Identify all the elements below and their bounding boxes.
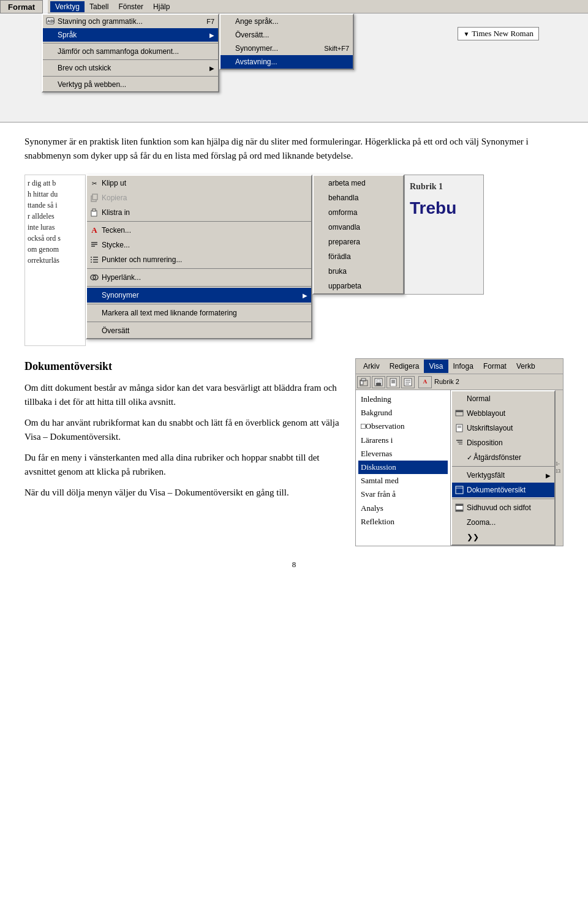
brev-arrow: ▶ [209,65,214,72]
visa-menu-panel: Normal Webblayout Utskriftslayout [451,390,556,546]
scrollbar[interactable]: 1-13 [556,390,563,546]
syn-behandla[interactable]: behandla [314,190,403,205]
page-number: 8 [24,559,564,571]
visa-sep-2 [452,499,554,499]
ctx-sep-2 [87,268,311,269]
brev-label: Brev och utskick [58,64,111,72]
synonymer-label: Synonymer... [235,44,278,53]
visa-verkb[interactable]: Verkb [511,360,540,373]
visa-toolbar-icon-3[interactable] [386,376,400,388]
font-dropdown-arrow[interactable]: ▼ [463,31,469,37]
visa-infoga[interactable]: Infoga [448,360,478,373]
visa-menu-webblayout[interactable]: Webblayout [452,406,554,421]
doc-line-2: h hittar du [28,189,83,200]
webblayout-icon [454,409,464,418]
trebuchet-text: Trebu [410,195,478,221]
visa-toolbar-icon-2[interactable] [372,376,385,388]
menu-item-avstavning[interactable]: Avstavning... [221,55,353,69]
format-menu-label[interactable]: Format [0,0,43,13]
visa-arkiv[interactable]: Arkiv [358,360,385,373]
visa-left-bakgrund: Bakgrund [358,406,448,420]
separator-2 [43,59,218,60]
svg-rect-22 [377,380,380,382]
menu-fonster[interactable]: Fönster [113,1,148,12]
visa-more-label: ❯❯ [467,532,479,543]
link-icon [89,273,99,282]
syn-omforma[interactable]: omforma [314,205,403,220]
context-menu-screenshot: r dig att b h hittar du ttande så i r al… [24,175,564,346]
visa-normal-label: Normal [467,393,491,404]
visa-format[interactable]: Format [478,360,511,373]
font-name-text: Times New Roman [472,29,533,39]
visa-utskrift-label: Utskriftslayout [467,423,513,434]
dok-oversikt-icon [454,485,464,495]
ctx-markera[interactable]: Markera all text med liknande formaterin… [87,306,311,320]
synonymer-ctx-arrow: ▶ [303,291,307,300]
visa-dok-oversikt-label: Dokumentöversikt [467,484,526,495]
ctx-punkter[interactable]: Punkter och numrering... [87,252,311,267]
synonyms-area: arbeta med behandla omforma omvandla pre… [312,175,484,295]
menu-item-stavning[interactable]: ABC Stavning och grammatik... F7 [43,15,218,28]
syn-preparera[interactable]: preparera [314,235,403,249]
visa-left-diskussion[interactable]: Diskussion [358,461,448,474]
visa-visa[interactable]: Visa [424,360,448,373]
visa-left-elevernas: Elevernas [358,447,448,461]
doc-line-6: också ord s [28,233,83,244]
syn-omvandla[interactable]: omvandla [314,220,403,235]
visa-menu-zooma[interactable]: Zooma... [452,515,554,530]
rubrik2-toolbar-icon[interactable]: A [418,376,432,388]
sprak-label: Språk [58,31,77,39]
dok-para4: När du vill dölja menyn väljer du Visa –… [24,486,343,500]
menu-item-jamfor[interactable]: Jämför och sammanfoga dokument... [43,45,218,58]
menu-item-synonymer-sub[interactable]: Synonymer... Skift+F7 [221,42,353,55]
visa-menu-dok-oversikt[interactable]: Dokumentöversikt [452,483,554,497]
menu-tabell[interactable]: Tabell [85,1,113,12]
main-content: Synonymer är en praktisk liten funktion … [0,122,588,583]
visa-menu-atgard[interactable]: ✓ Åtgärdsfönster [452,450,554,465]
klistra-in-label: Klistra in [102,207,130,218]
menu-hjalp[interactable]: Hjälp [148,1,175,12]
ctx-klistra-in[interactable]: Klistra in [87,205,311,220]
visa-toolbar-icon-1[interactable] [357,376,371,388]
ctx-oversatt[interactable]: Översätt [87,323,311,338]
visa-toolbar-icon-4[interactable] [401,376,415,388]
ctx-kopiera[interactable]: Kopiera [87,190,311,205]
syn-upparbeta[interactable]: upparbeta [314,279,403,293]
visa-atgard-label: Åtgärdsfönster [473,452,521,463]
ctx-synonymer[interactable]: Synonymer ▶ [87,288,311,303]
visa-menu-sidhuvud[interactable]: Sidhuvud och sidfot [452,500,554,515]
menu-verktyg[interactable]: Verktyg [50,1,85,12]
visa-menu-more[interactable]: ❯❯ [452,530,554,544]
syn-arbeta[interactable]: arbeta med [314,176,403,190]
svg-rect-5 [92,209,96,211]
visa-menu-normal[interactable]: Normal [452,391,554,406]
visa-left-panel: Inledning Bakgrund □Observation Lärarens… [356,390,451,546]
menu-item-verktyg-webb[interactable]: Verktyg på webben... [43,78,218,91]
syn-bruka[interactable]: bruka [314,264,403,279]
menu-item-sprak[interactable]: Språk ▶ [43,28,218,42]
visa-menu-verktygsfalt[interactable]: Verktygsfält ▶ [452,468,554,483]
visa-left-svar: Svar från å [358,488,448,501]
ctx-klipp-ut[interactable]: ✂ Klipp ut [87,176,311,190]
syn-foradla[interactable]: förädla [314,249,403,264]
ctx-hyperlank[interactable]: Hyperlänk... [87,270,311,285]
visa-left-observation: □Observation [358,420,448,433]
menu-item-brev[interactable]: Brev och utskick ▶ [43,61,218,75]
visa-left-analys: Analys [358,502,448,515]
paragraph-synonymer: Synonymer är en praktisk liten funktion … [24,135,564,162]
visa-menu-disposition[interactable]: Disposition [452,435,554,450]
scroll-indicator: 1-13 [556,461,563,475]
spellcheck-icon: ABC [45,17,55,26]
menu-item-oversatt[interactable]: Översätt... [221,28,353,42]
visa-left-lararens: Lärarens i [358,434,448,447]
visa-redigera[interactable]: Redigera [385,360,424,373]
stavning-shortcut: F7 [194,18,214,25]
ctx-tecken[interactable]: A Tecken... [87,223,311,238]
svg-rect-42 [456,504,463,506]
disposition-icon [454,438,464,448]
menu-item-ange-sprak[interactable]: Ange språk... [221,15,353,28]
ctx-stycke[interactable]: Stycke... [87,238,311,252]
visa-menu-utskrift[interactable]: Utskriftslayout [452,421,554,435]
synonymer-ctx-label: Synonymer [102,290,139,301]
svg-rect-33 [456,424,462,432]
